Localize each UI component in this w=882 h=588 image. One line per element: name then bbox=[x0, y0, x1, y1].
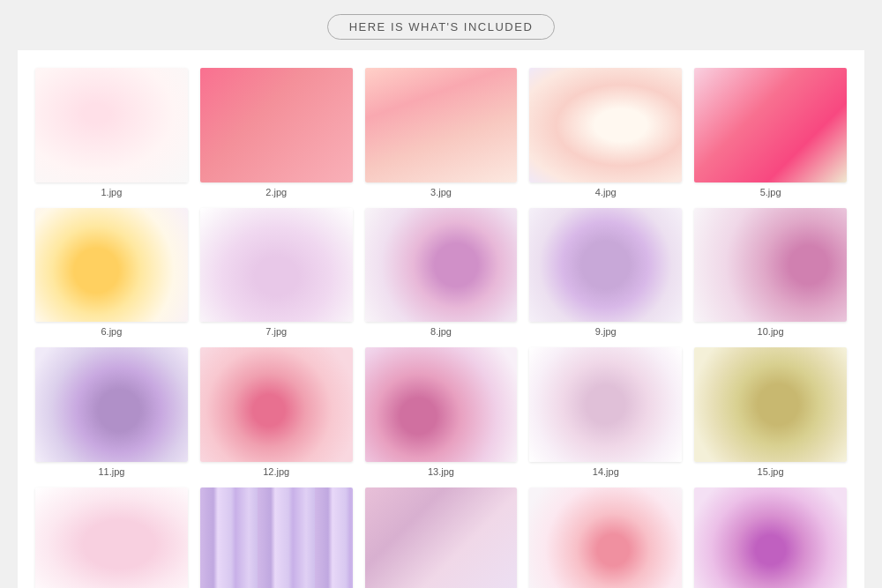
grid-item-15: 15.jpg bbox=[694, 347, 847, 477]
thumbnail-17[interactable] bbox=[200, 488, 353, 588]
item-label-10: 10.jpg bbox=[758, 326, 784, 337]
grid-item-16: 16.jpg bbox=[35, 488, 188, 588]
grid-item-13: 13.jpg bbox=[365, 347, 518, 477]
grid-item-8: 8.jpg bbox=[365, 208, 518, 338]
grid-item-4: 4.jpg bbox=[529, 68, 682, 197]
grid-item-11: 11.jpg bbox=[35, 347, 188, 477]
item-label-4: 4.jpg bbox=[595, 187, 617, 197]
thumbnail-14[interactable] bbox=[529, 347, 682, 462]
grid-item-5: 5.jpg bbox=[694, 68, 847, 197]
thumbnail-9[interactable] bbox=[529, 208, 682, 323]
thumbnail-15[interactable] bbox=[694, 347, 847, 462]
thumbnail-4[interactable] bbox=[529, 68, 682, 182]
grid-item-12: 12.jpg bbox=[200, 347, 353, 477]
grid-item-20: 20.jpg bbox=[694, 488, 847, 588]
grid-item-18: 18.jpg bbox=[365, 488, 518, 588]
thumbnail-1[interactable] bbox=[35, 68, 188, 182]
thumbnail-3[interactable] bbox=[365, 68, 518, 182]
main-content: 1.jpg2.jpg3.jpg4.jpg5.jpg6.jpg7.jpg8.jpg… bbox=[18, 50, 864, 588]
thumbnail-6[interactable] bbox=[35, 208, 188, 323]
grid-item-9: 9.jpg bbox=[529, 208, 682, 338]
item-label-5: 5.jpg bbox=[760, 187, 781, 197]
grid-item-19: 19.jpg bbox=[529, 488, 682, 588]
grid-item-10: 10.jpg bbox=[694, 208, 847, 338]
grid-item-17: 17.jpg bbox=[200, 488, 353, 588]
item-label-15: 15.jpg bbox=[758, 466, 784, 477]
thumbnail-19[interactable] bbox=[529, 488, 682, 588]
page-header: HERE IS WHAT'S INCLUDED bbox=[0, 0, 882, 50]
thumbnail-16[interactable] bbox=[35, 488, 188, 588]
item-label-2: 2.jpg bbox=[265, 187, 287, 197]
thumbnail-10[interactable] bbox=[694, 208, 847, 323]
grid-item-14: 14.jpg bbox=[529, 347, 682, 477]
page-title: HERE IS WHAT'S INCLUDED bbox=[327, 14, 556, 40]
thumbnail-18[interactable] bbox=[365, 488, 518, 588]
thumbnail-5[interactable] bbox=[694, 68, 847, 182]
item-label-3: 3.jpg bbox=[430, 187, 452, 197]
thumbnail-12[interactable] bbox=[200, 347, 353, 462]
thumbnail-20[interactable] bbox=[694, 488, 847, 588]
grid-item-2: 2.jpg bbox=[200, 68, 353, 197]
item-label-13: 13.jpg bbox=[428, 466, 454, 477]
item-label-6: 6.jpg bbox=[101, 326, 122, 337]
item-label-7: 7.jpg bbox=[265, 326, 287, 337]
item-label-12: 12.jpg bbox=[263, 466, 289, 477]
thumbnail-7[interactable] bbox=[200, 208, 353, 323]
grid-item-6: 6.jpg bbox=[35, 208, 188, 338]
thumbnail-13[interactable] bbox=[365, 347, 518, 462]
thumbnail-8[interactable] bbox=[365, 208, 518, 323]
item-label-14: 14.jpg bbox=[593, 466, 619, 477]
thumbnail-11[interactable] bbox=[35, 347, 188, 462]
item-label-11: 11.jpg bbox=[98, 466, 124, 477]
grid-item-7: 7.jpg bbox=[200, 208, 353, 338]
item-label-8: 8.jpg bbox=[430, 326, 452, 337]
thumbnail-2[interactable] bbox=[200, 68, 353, 182]
grid-item-3: 3.jpg bbox=[365, 68, 518, 197]
grid-item-1: 1.jpg bbox=[35, 68, 188, 197]
item-label-9: 9.jpg bbox=[595, 326, 617, 337]
image-grid: 1.jpg2.jpg3.jpg4.jpg5.jpg6.jpg7.jpg8.jpg… bbox=[35, 68, 847, 588]
item-label-1: 1.jpg bbox=[101, 187, 122, 197]
